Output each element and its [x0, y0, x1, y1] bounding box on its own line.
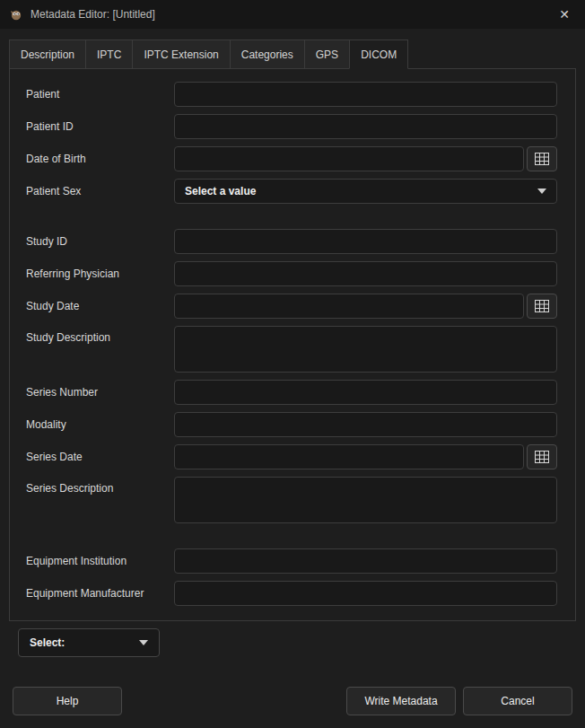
calendar-grid-icon [535, 300, 549, 312]
close-icon: ✕ [559, 7, 570, 22]
select-combo[interactable]: Select: [18, 628, 160, 657]
tab-iptc[interactable]: IPTC [85, 39, 133, 69]
patient-sex-value: Select a value [185, 185, 256, 197]
field-label: Patient ID [26, 120, 174, 133]
patient-sex-select[interactable]: Select a value [174, 179, 557, 204]
write-metadata-button[interactable]: Write Metadata [346, 687, 456, 715]
field-label: Series Description [26, 477, 174, 495]
form-row-equipment-manufacturer: Equipment Manufacturer [26, 581, 557, 606]
tab-description[interactable]: Description [9, 39, 86, 69]
date-field-group [174, 146, 557, 171]
calendar-grid-icon [535, 451, 549, 463]
close-button[interactable]: ✕ [553, 4, 576, 25]
field-label: Modality [26, 418, 174, 431]
referring-physician-input[interactable] [174, 261, 557, 286]
dicom-form-frame: Patient Patient ID Date of Birth [9, 68, 576, 621]
field-label: Patient [26, 88, 174, 101]
date-of-birth-calendar-button[interactable] [527, 146, 557, 171]
chevron-down-icon [139, 640, 148, 645]
series-number-input[interactable] [174, 380, 557, 405]
form-row-study-description: Study Description [26, 326, 557, 373]
series-date-calendar-button[interactable] [527, 444, 557, 469]
help-button[interactable]: Help [13, 687, 122, 715]
equipment-institution-input[interactable] [174, 548, 557, 574]
equipment-manufacturer-input[interactable] [174, 581, 557, 606]
chevron-down-icon [537, 189, 546, 194]
modality-input[interactable] [174, 412, 557, 437]
date-field-group [174, 294, 557, 319]
title-bar[interactable]: Metadata Editor: [Untitled] ✕ [0, 0, 585, 29]
study-description-textarea[interactable] [174, 326, 557, 373]
form-row-patient-id: Patient ID [26, 114, 557, 139]
form-row-series-description: Series Description [26, 477, 557, 523]
field-label: Patient Sex [26, 185, 174, 197]
date-of-birth-input[interactable] [174, 146, 524, 171]
form-row-study-id: Study ID [26, 229, 557, 254]
form-row-patient: Patient [26, 82, 557, 107]
form-row-modality: Modality [26, 412, 557, 437]
study-date-input[interactable] [174, 294, 524, 319]
cancel-button[interactable]: Cancel [463, 687, 572, 715]
form-row-equipment-institution: Equipment Institution [26, 548, 557, 574]
tab-gps[interactable]: GPS [304, 39, 350, 69]
field-label: Series Number [26, 386, 174, 399]
study-date-calendar-button[interactable] [527, 294, 557, 319]
patient-id-input[interactable] [174, 114, 557, 139]
tab-dicom[interactable]: DICOM [349, 39, 408, 69]
footer-right-group: Write Metadata Cancel [346, 687, 572, 715]
form-row-patient-sex: Patient Sex Select a value [26, 179, 557, 204]
dialog-footer: Help Write Metadata Cancel [0, 687, 585, 728]
series-date-input[interactable] [174, 444, 524, 469]
patient-input[interactable] [174, 82, 557, 107]
series-description-textarea[interactable] [174, 477, 557, 523]
form-row-study-date: Study Date [26, 294, 557, 319]
form-row-series-number: Series Number [26, 380, 557, 405]
tab-categories[interactable]: Categories [230, 39, 305, 69]
form-row-referring-physician: Referring Physician [26, 261, 557, 286]
tab-bar: Description IPTC IPTC Extension Categori… [9, 39, 576, 69]
form-row-series-date: Series Date [26, 444, 557, 469]
form-row-date-of-birth: Date of Birth [26, 146, 557, 171]
calendar-grid-icon [535, 153, 549, 165]
field-label: Equipment Manufacturer [26, 587, 174, 600]
field-label: Study ID [26, 235, 174, 248]
field-label: Date of Birth [26, 153, 174, 165]
field-label: Study Date [26, 300, 174, 312]
app-icon [9, 7, 23, 22]
tab-iptc-extension[interactable]: IPTC Extension [132, 39, 230, 69]
window-title: Metadata Editor: [Untitled] [31, 8, 155, 21]
date-field-group [174, 444, 557, 469]
select-combo-label: Select: [30, 636, 65, 649]
field-label: Referring Physician [26, 268, 174, 280]
field-label: Equipment Institution [26, 555, 174, 567]
study-id-input[interactable] [174, 229, 557, 254]
field-label: Study Description [26, 326, 174, 344]
field-label: Series Date [26, 451, 174, 463]
